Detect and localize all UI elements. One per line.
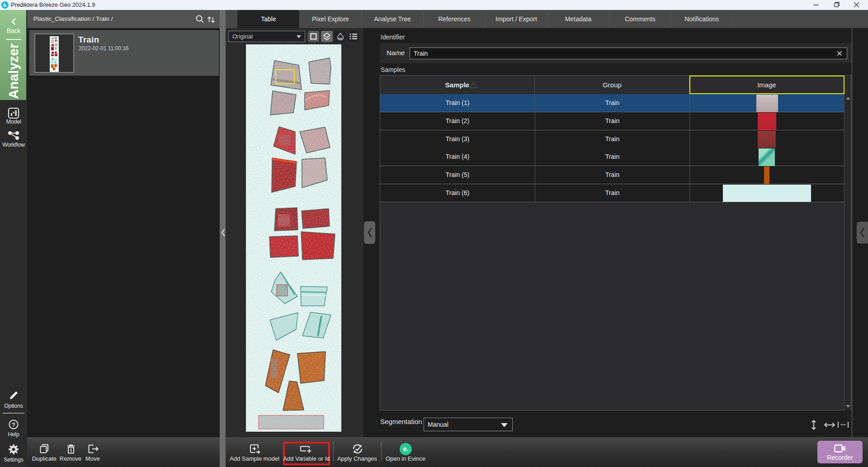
svg-text:?: ? [12, 421, 15, 428]
svg-text:b.: b. [3, 3, 7, 8]
